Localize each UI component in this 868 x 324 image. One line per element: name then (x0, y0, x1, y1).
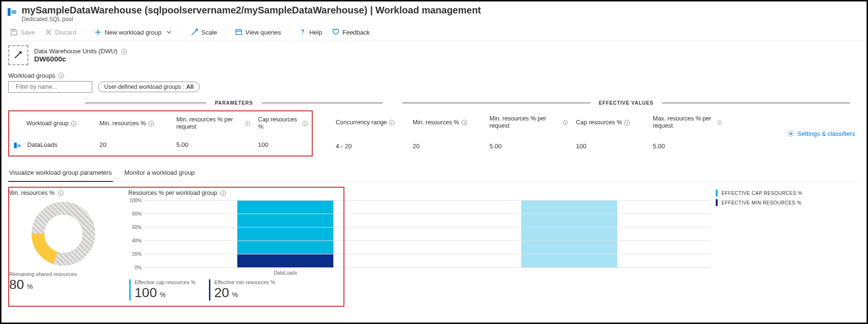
svg-rect-12 (14, 143, 17, 148)
min-resources-chart-title: Min. resources % (8, 190, 55, 196)
help-label: Help (309, 29, 322, 36)
separator (290, 27, 290, 37)
filter-input[interactable] (15, 83, 89, 91)
info-icon[interactable] (58, 72, 64, 79)
info-icon[interactable] (71, 120, 77, 127)
info-icon[interactable] (562, 120, 568, 126)
page-header: mySampleDataWarehouse (sqlpoolservername… (1, 1, 867, 24)
visualization-tabs: Visualize workload group parameters Moni… (8, 165, 860, 182)
row-eff-min-per-request: 5.00 (486, 140, 572, 157)
pill-prefix: User-defined workload groups : (104, 84, 184, 90)
effective-values-header: EFFECTIVE VALUES (590, 100, 662, 106)
scale-icon (191, 28, 198, 36)
svg-point-4 (302, 34, 303, 35)
parameters-header: PARAMETERS (206, 100, 261, 106)
info-icon[interactable] (624, 120, 630, 126)
info-icon[interactable] (461, 120, 467, 126)
gear-icon (787, 130, 795, 137)
col-min-per-request: Min. resources % per request (176, 116, 243, 131)
save-button[interactable]: Save (6, 26, 39, 38)
svg-rect-2 (12, 30, 15, 32)
search-icon (12, 84, 13, 90)
table-row[interactable]: DataLoads (9, 138, 96, 153)
dwu-icon (8, 45, 28, 65)
help-button[interactable]: Help (295, 26, 326, 38)
workload-group-scope-pill[interactable]: User-defined workload groups : All (98, 82, 200, 92)
row-min-per-request: 5.00 (172, 138, 254, 153)
info-icon[interactable] (121, 48, 127, 55)
tab-visualize[interactable]: Visualize workload group parameters (8, 165, 113, 182)
workload-group-table: Workload group Min. resources % Min. res… (8, 110, 860, 156)
pill-value: All (186, 84, 194, 90)
resources-per-group-title: Resources % per workload group (128, 190, 217, 196)
svg-point-19 (790, 132, 792, 134)
min-resources-donut-chart (8, 200, 119, 267)
info-icon[interactable] (302, 120, 308, 127)
row-eff-cap: 100 (572, 140, 649, 157)
col-cap: Cap resources % (258, 116, 300, 131)
settings-classifiers-link[interactable]: Settings & classifiers (782, 127, 860, 140)
min-stat-label: Effective min resources % (214, 279, 275, 285)
col-min-resources: Min. resources % (99, 120, 146, 127)
info-icon[interactable] (58, 190, 64, 196)
separator (226, 27, 226, 37)
col-eff-min: Min. resources % (413, 119, 459, 126)
discard-button[interactable]: Discard (41, 26, 80, 38)
svg-point-7 (12, 86, 12, 87)
feedback-label: Feedback (342, 29, 370, 36)
filter-input-wrapper[interactable] (8, 81, 92, 93)
page-subtitle: Dedicated SQL pool (22, 16, 481, 23)
legend-min: EFFECTIVE MIN RESOURCES % (721, 200, 801, 205)
discard-label: Discard (55, 29, 76, 36)
svg-rect-3 (236, 30, 242, 35)
dwu-value: DW6000c (34, 55, 127, 63)
save-icon (10, 28, 18, 36)
svg-rect-1 (12, 10, 16, 14)
chart-legend: EFFECTIVE CAP RESOURCES % EFFECTIVE MIN … (716, 190, 860, 209)
row-concurrency: 4 - 20 (332, 140, 409, 157)
col-eff-cap: Cap resources % (576, 119, 622, 126)
svg-rect-0 (8, 8, 11, 16)
dwu-label: Data Warehouse Units (DWU) (34, 48, 118, 55)
queries-icon (235, 28, 243, 36)
col-eff-max-per-request: Max. resources % per request (653, 115, 715, 130)
feedback-button[interactable]: Feedback (328, 26, 374, 38)
view-queries-label: View queries (245, 29, 281, 36)
heart-icon (332, 28, 340, 36)
cap-stat-label: Effective cap resources % (134, 279, 196, 285)
info-icon[interactable] (148, 120, 154, 127)
col-eff-min-per-request: Min. resources % per request (489, 115, 561, 130)
legend-cap: EFFECTIVE CAP RESOURCES % (721, 191, 802, 196)
info-icon[interactable] (220, 190, 226, 196)
scale-button[interactable]: Scale (187, 26, 221, 38)
new-workload-group-label: New workload group (105, 29, 162, 36)
tab-monitor[interactable]: Monitor a workload group (123, 165, 196, 181)
save-label: Save (21, 29, 35, 36)
row-eff-max-per-request: 5.00 (649, 140, 726, 157)
col-workload-group: Workload group (26, 120, 69, 127)
scale-label: Scale (201, 29, 217, 36)
min-stat-value: 20 (214, 285, 229, 300)
cap-stat-value: 100 (134, 285, 157, 300)
remaining-value: 80 (9, 277, 24, 292)
svg-rect-13 (17, 144, 21, 147)
plus-icon (94, 28, 102, 36)
row-name: DataLoads (27, 141, 58, 148)
view-queries-button[interactable]: View queries (231, 26, 285, 38)
help-icon (299, 28, 306, 36)
new-workload-group-button[interactable]: New workload group (90, 26, 177, 38)
page-title: mySampleDataWarehouse (sqlpoolservername… (22, 4, 481, 16)
info-icon[interactable] (389, 120, 395, 126)
info-icon[interactable] (717, 120, 722, 126)
command-bar: Save Discard New workload group Scale Vi… (1, 24, 867, 41)
chevron-down-icon (165, 28, 173, 36)
settings-classifiers-label: Settings & classifiers (797, 130, 855, 137)
row-cap: 100 (254, 138, 312, 153)
resources-bar-chart: 0%20%40%60%80%100% (144, 200, 711, 267)
info-icon[interactable] (245, 120, 250, 127)
col-concurrency: Concurrency range (336, 119, 387, 126)
dwu-section: Data Warehouse Units (DWU) DW6000c (8, 45, 860, 65)
workload-groups-label: Workload groups (8, 72, 55, 79)
separator (85, 27, 86, 37)
workload-group-icon (13, 141, 22, 150)
